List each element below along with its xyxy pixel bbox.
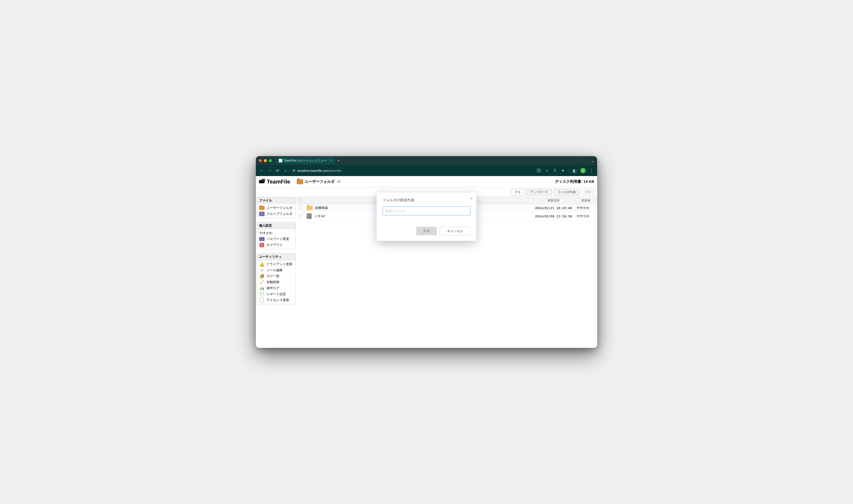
bell-icon: 🔔 [259, 262, 265, 267]
forward-icon[interactable]: → [267, 168, 272, 173]
text-file-icon: T [307, 213, 312, 219]
row-checkbox[interactable] [299, 214, 302, 218]
sidebar-item-label: 自動削除 [267, 280, 280, 284]
close-window[interactable] [259, 159, 262, 162]
brand[interactable]: TeamFile [256, 178, 293, 185]
extensions-icon[interactable]: ⠿ [553, 168, 557, 173]
folder-icon [307, 206, 313, 210]
trash-icon: 🧹 [259, 280, 265, 284]
hidden-button-fragment[interactable]: する [511, 189, 525, 196]
url-host: testdrive.teamfile.com [298, 169, 329, 173]
sidebar-item-mail-edit[interactable]: ✉ メール編集 [259, 267, 294, 273]
col-checkbox [297, 197, 305, 204]
browser-window: TeamFile ロケーションメニュー × + ⌄ ← → ⟳ ⌂ ⚙ test… [256, 156, 597, 348]
tab-title: TeamFile ロケーションメニュー [284, 159, 326, 163]
breadcrumb[interactable]: ユーザーフォルダ ✉ [297, 179, 341, 184]
sidebar-item-log-list[interactable]: ログ一覧 [259, 273, 294, 279]
home-icon[interactable]: ⌂ [283, 168, 288, 173]
maximize-window[interactable] [269, 159, 272, 162]
brand-name: TeamFile [267, 179, 290, 185]
row-checkbox[interactable] [299, 206, 302, 210]
site-info-icon[interactable]: ⚙ [293, 169, 296, 172]
titlebar: TeamFile ロケーションメニュー × + ⌄ [256, 156, 597, 165]
sidebar-item-op-log[interactable]: 操作ログ [259, 285, 294, 291]
sidebar-item-client-update[interactable]: 🔔 クライアント更新 [259, 261, 294, 267]
group-folder-icon: < [259, 212, 265, 216]
envelope-icon: ✉ [259, 268, 265, 272]
page-header: TeamFile ユーザーフォルダ ✉ ディスク利用量: 14 KB [256, 176, 597, 187]
user-folder-icon [259, 206, 265, 210]
sidebar: ファイル ユーザーフォルダ < グループフォルダ 個人設定 [256, 197, 297, 348]
sidepanel-icon[interactable]: ◧ [572, 168, 577, 173]
sidebar-item-label: クライアント更新 [267, 262, 292, 267]
new-tab-button[interactable]: + [337, 158, 340, 163]
mail-icon[interactable]: ✉ [337, 179, 341, 184]
sidebar-item-label: パスワード変更 [267, 237, 289, 241]
sidebar-item-label: ログ一覧 [267, 274, 280, 278]
browser-toolbar: ← → ⟳ ⌂ ⚙ testdrive.teamfile.com/teamfil… [256, 165, 597, 176]
file-user: やすかわ [575, 212, 597, 221]
file-user: やすかわ [575, 204, 597, 212]
key-icon[interactable]: ⚿ [537, 168, 541, 173]
sidebar-item-report-settings[interactable]: レポート設定 [259, 291, 294, 297]
bar-chart-icon [259, 286, 265, 290]
sidebar-item-label: ライセンス更新 [267, 298, 289, 302]
tab-close-icon[interactable]: × [330, 159, 332, 162]
modal-close-icon[interactable]: × [470, 196, 473, 201]
brand-icon [259, 178, 265, 185]
sidebar-item-label: ユーザーフォルダ [267, 206, 292, 210]
upload-button[interactable]: アップロード [527, 189, 552, 196]
sidebar-item-label: メール編集 [267, 268, 283, 272]
col-date[interactable]: 更新日時 [532, 197, 575, 204]
folder-name-input[interactable] [383, 206, 470, 215]
disk-usage: ディスク利用量: 14 KB [555, 179, 594, 184]
modal-title: フォルダの新規作成 [383, 198, 470, 202]
file-name[interactable]: 経費精算 [315, 206, 328, 210]
breadcrumb-label: ユーザーフォルダ [305, 179, 335, 184]
modal-actions: 作成 キャンセル [383, 227, 470, 235]
sidebar-username: やすかわ [259, 230, 294, 236]
sidebar-panel-file: ファイル ユーザーフォルダ < グループフォルダ [257, 197, 296, 218]
new-folder-button[interactable]: フォルダ作成 [554, 189, 579, 196]
sidebar-item-auto-delete[interactable]: 🧹 自動削除 [259, 279, 294, 285]
sidebar-item-label: レポート設定 [267, 292, 286, 296]
browser-tab[interactable]: TeamFile ロケーションメニュー × [276, 157, 335, 164]
sidebar-heading-personal: 個人設定 [257, 222, 296, 229]
window-controls [259, 159, 272, 162]
sidebar-item-label: 操作ログ [267, 286, 280, 290]
delete-button[interactable]: 削除 [581, 189, 595, 196]
sidebar-item-license-update[interactable]: ライセンス更新 [259, 297, 294, 303]
briefcase-icon [297, 179, 303, 184]
select-all-checkbox[interactable] [299, 198, 302, 202]
license-icon [259, 298, 265, 302]
favicon [279, 159, 282, 162]
cancel-button[interactable]: キャンセル [440, 227, 470, 235]
file-date: 2024/02/21 10:29:40 [532, 204, 575, 212]
toolbar-right: ⚿ ☆ ⠿ ✦ ◧ m ⋮ [537, 168, 594, 173]
bookmark-icon[interactable]: ☆ [545, 168, 549, 173]
reload-icon[interactable]: ⟳ [275, 168, 280, 173]
password-icon [259, 237, 265, 241]
sidebar-item-label: グループフォルダ [267, 212, 292, 216]
url-bar[interactable]: ⚙ testdrive.teamfile.com/teamfile [291, 169, 533, 173]
file-name[interactable]: メモ.txt [314, 214, 325, 218]
minimize-window[interactable] [264, 159, 267, 162]
back-icon[interactable]: ← [259, 168, 264, 173]
new-folder-modal: × フォルダの新規作成 作成 キャンセル [377, 193, 476, 241]
sidebar-item-logout[interactable]: × ログアウト [259, 242, 294, 248]
tab-dropdown-icon[interactable]: ⌄ [591, 158, 594, 163]
url-path: /teamfile [329, 169, 341, 173]
menu-icon[interactable]: ⋮ [589, 168, 594, 173]
sidebar-heading-utility: ユーティリティ [257, 253, 296, 260]
pie-chart-icon [259, 274, 265, 278]
sidebar-item-user-folder[interactable]: ユーザーフォルダ [259, 205, 294, 211]
sidebar-item-change-password[interactable]: パスワード変更 [259, 236, 294, 242]
sidebar-item-label: ログアウト [267, 243, 283, 247]
col-user[interactable]: 更新者 [575, 197, 597, 204]
puzzle-icon[interactable]: ✦ [561, 168, 565, 173]
sidebar-item-group-folder[interactable]: < グループフォルダ [259, 211, 294, 217]
create-button[interactable]: 作成 [416, 227, 437, 235]
logout-icon: × [259, 243, 265, 247]
file-date: 2024/02/09 13:36:58 [532, 212, 575, 221]
profile-avatar[interactable]: m [580, 168, 586, 173]
